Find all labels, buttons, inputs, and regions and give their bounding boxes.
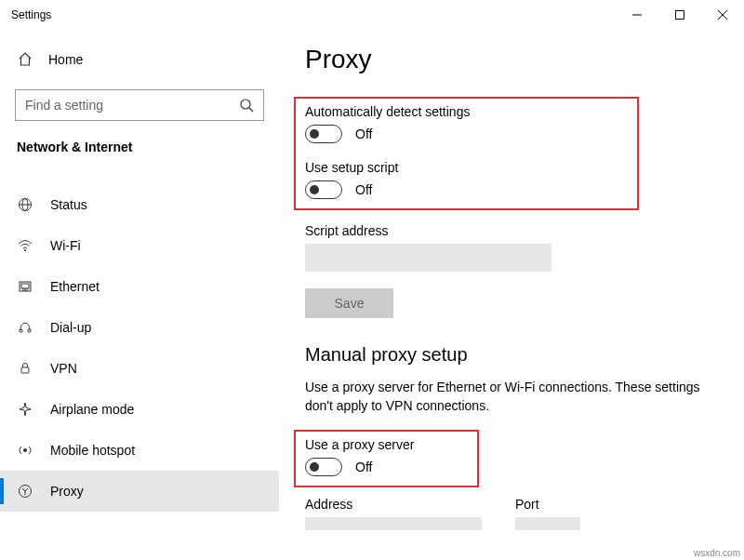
sidebar-item-dialup[interactable]: Dial-up [0, 307, 279, 348]
use-script-label: Use setup script [305, 160, 470, 175]
highlight-auto-section: Automatically detect settings Off Use se… [294, 97, 639, 210]
setting-use-script: Use setup script Off [305, 160, 470, 199]
use-proxy-label: Use a proxy server [305, 437, 414, 452]
sidebar-item-status[interactable]: Status [0, 184, 279, 225]
watermark: wsxdn.com [694, 548, 740, 558]
sidebar-item-label: VPN [50, 361, 77, 376]
sidebar-item-ethernet[interactable]: Ethernet [0, 266, 279, 307]
close-button[interactable] [701, 0, 744, 30]
content: Proxy Automatically detect settings Off … [279, 30, 744, 560]
svg-rect-16 [28, 329, 31, 332]
address-port-row: Address Port [305, 497, 718, 530]
svg-point-18 [23, 448, 27, 452]
svg-point-4 [241, 100, 250, 109]
sidebar-item-hotspot[interactable]: Mobile hotspot [0, 430, 279, 471]
globe-icon [17, 196, 33, 213]
port-input[interactable] [515, 517, 580, 530]
sidebar: Home Find a setting Network & Internet S… [0, 30, 279, 560]
sidebar-item-label: Ethernet [50, 279, 100, 294]
home-label: Home [48, 52, 83, 67]
script-address-input[interactable] [305, 244, 551, 272]
search-placeholder: Find a setting [25, 98, 103, 113]
save-button[interactable]: Save [305, 288, 393, 318]
titlebar: Settings [0, 0, 744, 30]
setting-script-address: Script address [305, 223, 718, 272]
dialup-icon [17, 319, 33, 336]
search-input[interactable]: Find a setting [15, 89, 264, 121]
hotspot-icon [17, 442, 33, 459]
port-col: Port [515, 497, 580, 530]
highlight-use-proxy: Use a proxy server Off [294, 430, 479, 487]
auto-detect-label: Automatically detect settings [305, 104, 470, 119]
sidebar-item-label: Wi-Fi [50, 238, 81, 253]
svg-rect-17 [21, 367, 29, 373]
use-script-toggle[interactable] [305, 180, 342, 199]
use-script-state: Off [355, 182, 372, 197]
svg-rect-1 [676, 11, 684, 20]
auto-detect-state: Off [355, 127, 372, 141]
vpn-icon [17, 360, 33, 377]
address-label: Address [305, 497, 482, 512]
auto-detect-toggle[interactable] [305, 125, 342, 143]
script-address-label: Script address [305, 223, 718, 238]
home-icon [17, 51, 33, 68]
sidebar-item-label: Dial-up [50, 320, 91, 335]
window-title: Settings [11, 8, 51, 21]
port-label: Port [515, 497, 580, 512]
ethernet-icon [17, 278, 33, 295]
sidebar-item-vpn[interactable]: VPN [0, 348, 279, 389]
manual-proxy-description: Use a proxy server for Ethernet or Wi-Fi… [305, 379, 718, 415]
use-proxy-state: Off [355, 460, 372, 474]
minimize-button[interactable] [616, 0, 658, 30]
nav-home[interactable]: Home [0, 41, 279, 78]
use-proxy-toggle[interactable] [305, 458, 342, 476]
svg-rect-11 [21, 284, 29, 288]
sidebar-item-proxy[interactable]: Proxy [0, 471, 279, 512]
sidebar-item-wifi[interactable]: Wi-Fi [0, 225, 279, 266]
manual-proxy-header: Manual proxy setup [305, 344, 718, 366]
address-col: Address [305, 497, 482, 530]
nav-list: Status Wi-Fi Ethernet Dial-up [0, 167, 279, 512]
maximize-button[interactable] [658, 0, 701, 30]
svg-rect-15 [20, 329, 22, 332]
proxy-icon [17, 483, 33, 500]
app-body: Home Find a setting Network & Internet S… [0, 30, 744, 560]
window-controls [616, 0, 744, 30]
sidebar-item-label: Status [50, 197, 87, 212]
wifi-icon [17, 237, 33, 254]
sidebar-item-airplane[interactable]: Airplane mode [0, 389, 279, 430]
sidebar-item-label: Proxy [50, 484, 84, 499]
sidebar-item-label: Airplane mode [50, 402, 134, 417]
setting-use-proxy: Use a proxy server Off [305, 437, 414, 476]
address-input[interactable] [305, 517, 482, 530]
search-icon [239, 98, 254, 113]
sidebar-item-label: Mobile hotspot [50, 443, 135, 458]
page-title: Proxy [305, 45, 718, 74]
setting-auto-detect: Automatically detect settings Off [305, 104, 470, 143]
svg-line-5 [249, 108, 253, 112]
category-header: Network & Internet [0, 136, 279, 167]
airplane-icon [17, 401, 33, 418]
svg-point-9 [24, 249, 26, 251]
